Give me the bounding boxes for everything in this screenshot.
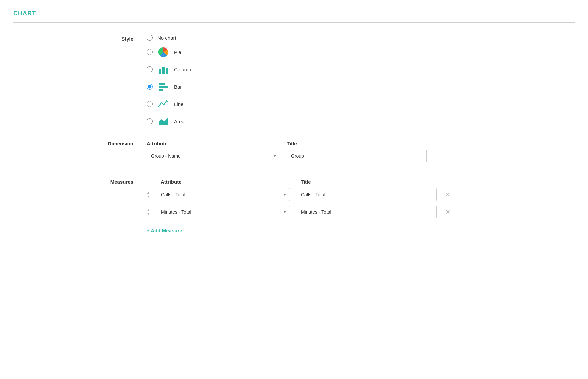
sort-up-icon[interactable]: ▲	[147, 191, 150, 194]
add-measure-button[interactable]: + Add Measure	[147, 226, 452, 235]
style-label-column: Column	[174, 67, 191, 72]
style-option-line[interactable]: Line	[147, 98, 191, 110]
measure-attribute-select-2[interactable]: Calls - Total Minutes - Total Calls - In…	[157, 206, 290, 218]
measures-content: Attribute Title ▲ ▼ Calls - Total Minute…	[147, 179, 452, 235]
svg-rect-1	[159, 69, 161, 74]
section-title: CHART	[13, 10, 575, 17]
measures-section: Measures Attribute Title ▲ ▼ Calls - Tot…	[13, 179, 575, 235]
measure-title-input-2[interactable]	[297, 206, 437, 218]
divider	[13, 22, 575, 23]
radio-column[interactable]	[147, 66, 153, 72]
dimension-attribute-header: Attribute	[147, 141, 280, 146]
page: CHART Style No chart	[0, 0, 588, 379]
bar-icon	[157, 81, 169, 93]
style-option-no-chart[interactable]: No chart	[147, 35, 191, 41]
style-option-pie[interactable]: Pie	[147, 46, 191, 58]
dimension-row: Group - Name User - Name Date Queue - Na…	[147, 150, 427, 162]
dimension-content: Attribute Title Group - Name User - Name…	[147, 141, 427, 167]
measures-attribute-header: Attribute	[161, 179, 294, 185]
style-options: No chart Pie	[147, 35, 191, 127]
sort-down-icon[interactable]: ▼	[147, 195, 150, 198]
dimension-title-input[interactable]	[287, 150, 427, 162]
svg-rect-4	[159, 83, 165, 85]
dimension-label: Dimension	[80, 141, 133, 146]
column-icon	[157, 63, 169, 75]
style-label: Style	[80, 35, 133, 42]
measure-attribute-wrap-1: Calls - Total Minutes - Total Calls - In…	[157, 188, 290, 201]
style-label-line: Line	[174, 101, 183, 107]
dimension-headers: Attribute Title	[147, 141, 427, 146]
svg-rect-2	[162, 67, 165, 74]
style-label-no-chart: No chart	[157, 35, 176, 41]
dimension-section: Dimension Attribute Title Group - Name U…	[13, 141, 575, 167]
svg-rect-5	[159, 86, 168, 88]
measures-headers: Attribute Title	[147, 179, 452, 185]
dimension-title-header: Title	[287, 141, 427, 146]
measure-title-input-1[interactable]	[297, 188, 437, 201]
svg-rect-6	[159, 89, 163, 91]
svg-marker-7	[159, 117, 168, 125]
dimension-attribute-wrap: Group - Name User - Name Date Queue - Na…	[147, 150, 280, 162]
sort-arrows-1[interactable]: ▲ ▼	[147, 191, 150, 198]
measure-attribute-wrap-2: Calls - Total Minutes - Total Calls - In…	[157, 206, 290, 218]
measure-row-2: ▲ ▼ Calls - Total Minutes - Total Calls …	[147, 206, 452, 218]
radio-line[interactable]	[147, 101, 153, 107]
measure-row-1: ▲ ▼ Calls - Total Minutes - Total Calls …	[147, 188, 452, 201]
radio-area[interactable]	[147, 118, 153, 124]
style-label-bar: Bar	[174, 84, 182, 90]
style-option-area[interactable]: Area	[147, 115, 191, 127]
remove-measure-button-2[interactable]: ✕	[443, 209, 452, 215]
sort-arrows-2[interactable]: ▲ ▼	[147, 208, 150, 216]
style-label-area: Area	[174, 119, 185, 124]
radio-bar[interactable]	[147, 84, 153, 90]
remove-measure-button-1[interactable]: ✕	[443, 192, 452, 198]
svg-rect-3	[166, 68, 168, 74]
line-icon	[157, 98, 169, 110]
dimension-attribute-select[interactable]: Group - Name User - Name Date Queue - Na…	[147, 150, 280, 162]
measures-label: Measures	[80, 179, 133, 185]
measure-attribute-select-1[interactable]: Calls - Total Minutes - Total Calls - In…	[157, 188, 290, 201]
pie-icon	[157, 46, 169, 58]
sort-down-icon-2[interactable]: ▼	[147, 212, 150, 216]
style-label-pie: Pie	[174, 49, 181, 55]
sort-up-icon-2[interactable]: ▲	[147, 208, 150, 212]
area-icon	[157, 115, 169, 127]
measures-title-header: Title	[301, 179, 441, 185]
style-section: Style No chart Pie	[13, 35, 575, 127]
style-option-column[interactable]: Column	[147, 63, 191, 75]
radio-pie[interactable]	[147, 49, 153, 55]
radio-no-chart[interactable]	[147, 35, 153, 41]
style-option-bar[interactable]: Bar	[147, 81, 191, 93]
